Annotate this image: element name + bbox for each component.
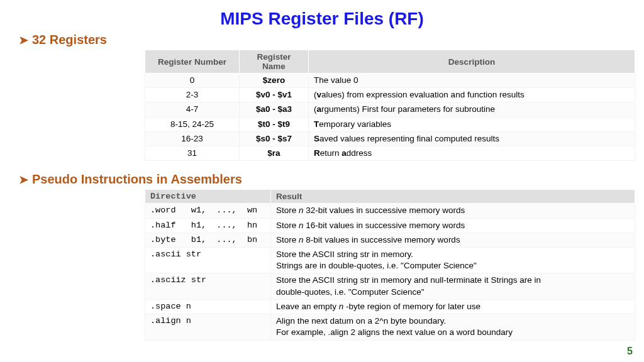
- cell: Store n 16-bit values in successive memo…: [271, 218, 635, 233]
- cell: $t0 - $t9: [240, 117, 309, 131]
- cell: Temporary variables: [309, 117, 635, 131]
- cell: $zero: [240, 74, 309, 88]
- cell: Store the ASCII string str in memory.Str…: [271, 247, 635, 273]
- cell: (values) from expression evaluation and …: [309, 88, 635, 102]
- cell: Leave an empty n -byte region of memory …: [271, 299, 635, 314]
- col-header: Directive: [145, 190, 271, 204]
- col-header: Register Name: [240, 50, 309, 74]
- table-header-row: Register Number Register Name Descriptio…: [145, 50, 635, 74]
- cell: Store n 8-bit values in successive memor…: [271, 233, 635, 247]
- directives-table-wrap: Directive Result .word w1, ..., wn Store…: [145, 189, 625, 340]
- cell: 8-15, 24-25: [145, 117, 240, 131]
- table-row: .ascii str Store the ASCII string str in…: [145, 247, 635, 273]
- cell: Return address: [309, 146, 635, 161]
- cell: $v0 - $v1: [240, 88, 309, 102]
- col-header: Register Number: [145, 50, 240, 74]
- table-row: .align n Align the next datum on a 2^n b…: [145, 314, 635, 340]
- table-row: 31 $ra Return address: [145, 146, 635, 161]
- col-header: Description: [309, 50, 635, 74]
- table-row: 8-15, 24-25 $t0 - $t9 Temporary variable…: [145, 117, 635, 131]
- cell: 16-23: [145, 131, 240, 146]
- cell: Store n 32-bit values in successive memo…: [271, 204, 635, 218]
- table-row: .space n Leave an empty n -byte region o…: [145, 299, 635, 314]
- cell: .asciiz str: [145, 273, 271, 299]
- cell: 2-3: [145, 88, 240, 102]
- cell: (arguments) First four parameters for su…: [309, 102, 635, 117]
- table-row: .byte b1, ..., bn Store n 8-bit values i…: [145, 233, 635, 247]
- table-row: 0 $zero The value 0: [145, 74, 635, 88]
- section-header-registers: ➤ 32 Registers: [19, 33, 625, 47]
- slide: MIPS Register Files (RF) ➤ 32 Registers …: [0, 0, 644, 362]
- cell: 4-7: [145, 102, 240, 117]
- cell: The value 0: [309, 74, 635, 88]
- directives-table: Directive Result .word w1, ..., wn Store…: [145, 189, 635, 340]
- table-row: .word w1, ..., wn Store n 32-bit values …: [145, 204, 635, 218]
- cell: $s0 - $s7: [240, 131, 309, 146]
- cell: 0: [145, 74, 240, 88]
- registers-table: Register Number Register Name Descriptio…: [145, 50, 635, 161]
- section-title: Pseudo Instructions in Assemblers: [32, 172, 242, 187]
- cell: $a0 - $a3: [240, 102, 309, 117]
- table-header-row: Directive Result: [145, 190, 635, 204]
- page-number: 5: [627, 346, 633, 357]
- table-row: 16-23 $s0 - $s7 Saved values representin…: [145, 131, 635, 146]
- cell: $ra: [240, 146, 309, 161]
- table-row: 4-7 $a0 - $a3 (arguments) First four par…: [145, 102, 635, 117]
- cell: .half h1, ..., hn: [145, 218, 271, 233]
- registers-table-wrap: Register Number Register Name Descriptio…: [145, 50, 625, 161]
- cell: Align the next datum on a 2^n byte bound…: [271, 314, 635, 340]
- cell: .align n: [145, 314, 271, 340]
- section-title: 32 Registers: [32, 33, 107, 47]
- table-row: 2-3 $v0 - $v1 (values) from expression e…: [145, 88, 635, 102]
- table-row: .asciiz str Store the ASCII string str i…: [145, 273, 635, 299]
- chevron-right-icon: ➤: [19, 35, 28, 46]
- table-row: .half h1, ..., hn Store n 16-bit values …: [145, 218, 635, 233]
- cell: Saved values representing final computed…: [309, 131, 635, 146]
- cell: .ascii str: [145, 247, 271, 273]
- cell: .byte b1, ..., bn: [145, 233, 271, 247]
- cell: .space n: [145, 299, 271, 314]
- cell: .word w1, ..., wn: [145, 204, 271, 218]
- col-header: Result: [271, 190, 635, 204]
- page-title: MIPS Register Files (RF): [19, 9, 625, 29]
- section-header-pseudo: ➤ Pseudo Instructions in Assemblers: [19, 172, 625, 187]
- cell: Store the ASCII string str in memory and…: [271, 273, 635, 299]
- chevron-right-icon: ➤: [19, 174, 28, 185]
- cell: 31: [145, 146, 240, 161]
